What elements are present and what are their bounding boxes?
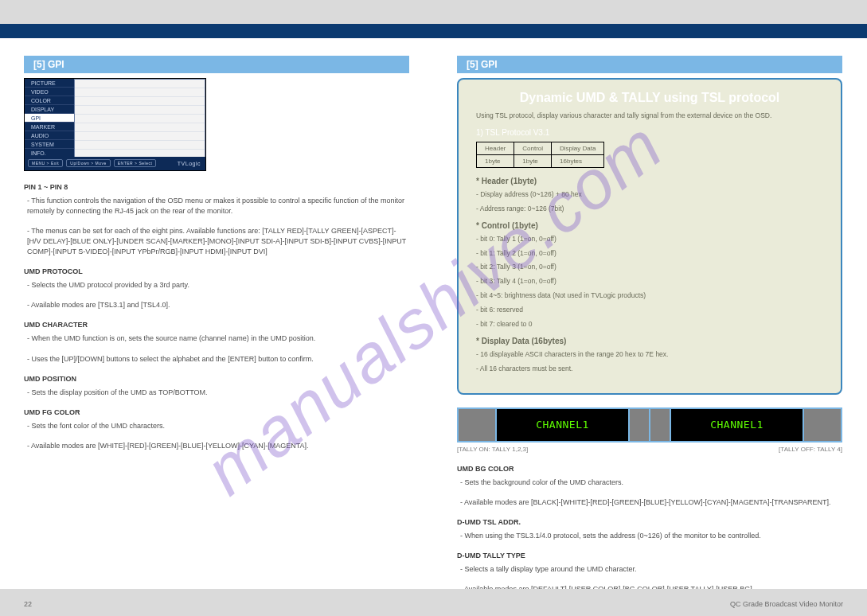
tally-block-right-1 — [650, 409, 670, 441]
heading-umd-bg: UMD BG COLOR — [457, 464, 842, 474]
osd-menu-screenshot: PICTURE VIDEO COLOR DISPLAY GPI MARKER A… — [24, 78, 206, 171]
para: - Display address (0~126) + 80 hex — [476, 190, 823, 200]
para: - bit 1: Tally 2 (1=on, 0=off) — [476, 249, 823, 259]
sidebar-item-picture: PICTURE — [25, 79, 74, 88]
th-header: Header — [477, 142, 514, 154]
para: - Address range: 0~126 (7bit) — [476, 205, 823, 214]
disp-byte-head: * Display Data (16bytes) — [476, 336, 823, 347]
tally-block-left-2 — [630, 409, 649, 441]
tally-illustration: CHANNEL1 CHANNEL1 — [457, 407, 842, 443]
section-header-gpi-right: [5] GPI — [457, 56, 842, 73]
para: - The menus can be set for each of the e… — [24, 226, 409, 257]
th-display: Display Data — [552, 142, 604, 154]
channel-name-left: CHANNEL1 — [497, 409, 628, 441]
info-protocol-hdr: 1) TSL Protocol V3.1 — [476, 127, 823, 138]
tally-block-right-2 — [804, 409, 841, 441]
para: - bit 3: Tally 4 (1=on, 0=off) — [476, 277, 823, 287]
heading-tsl-addr: D-UMD TSL ADDR. — [457, 517, 842, 528]
sidebar-item-gpi: GPI — [25, 114, 74, 123]
topbar — [0, 0, 867, 24]
info-lead: Using TSL protocol, display various char… — [476, 111, 823, 121]
para: - bit 0: Tally 1 (1=on, 0=off) — [476, 235, 823, 244]
tsl-packet-table: Header Control Display Data 1byte 1byte … — [476, 142, 604, 168]
para: - Available modes are [BLACK]-[WHITE]-[R… — [457, 497, 842, 508]
para: - Sets the background color of the UMD c… — [457, 478, 842, 488]
sidebar-item-audio: AUDIO — [25, 131, 74, 140]
page-columns: [5] GPI PICTURE VIDEO COLOR DISPLAY GPI … — [0, 56, 867, 616]
osd-hint-exit: MENU > Exit — [28, 159, 63, 167]
info-title: Dynamic UMD & TALLY using TSL protocol — [476, 91, 823, 105]
ctrl-byte-head: * Control (1byte) — [476, 220, 823, 232]
para: - When the UMD function is on, sets the … — [24, 333, 409, 344]
para: - bit 7: cleared to 0 — [476, 320, 823, 329]
para: - bit 4~5: brightness data (Not used in … — [476, 291, 823, 301]
th-control: Control — [514, 142, 552, 154]
caption-tally-right: [TALLY OFF: TALLY 4] — [779, 446, 842, 453]
table-row: Header Control Display Data — [477, 142, 604, 154]
osd-brand: TVLogic — [178, 161, 201, 166]
sidebar-item-color: COLOR — [25, 96, 74, 105]
table-row: 1byte 1byte 16bytes — [477, 154, 604, 167]
para: - bit 6: reserved — [476, 306, 823, 315]
heading-umd-position: UMD POSITION — [24, 374, 409, 384]
footer-caption: QC Grade Broadcast Video Monitor — [730, 600, 843, 608]
tsl-info-box: Dynamic UMD & TALLY using TSL protocol U… — [457, 78, 842, 395]
left-column: [5] GPI PICTURE VIDEO COLOR DISPLAY GPI … — [24, 56, 409, 616]
osd-hint-move: Up/Down > Move — [66, 159, 111, 167]
para: - Uses the [UP]/[DOWN] buttons to select… — [24, 354, 409, 365]
para: - Sets the font color of the UMD charact… — [24, 421, 409, 431]
heading-umd-character: UMD CHARACTER — [24, 320, 409, 330]
heading-pin1-8: PIN 1 ~ PIN 8 — [24, 182, 409, 193]
tally-block-left-1 — [459, 409, 495, 441]
sidebar-item-display: DISPLAY — [25, 105, 74, 114]
para: - This function controls the navigation … — [24, 196, 409, 216]
osd-content-panel — [74, 79, 205, 158]
caption-tally-left: [TALLY ON: TALLY 1,2,3] — [457, 446, 528, 453]
channel-name-right: CHANNEL1 — [671, 409, 803, 441]
para: - bit 2: Tally 3 (1=on, 0=off) — [476, 263, 823, 272]
osd-hint-select: ENTER > Select — [114, 159, 157, 167]
para: - Selects a tally display type around th… — [457, 564, 842, 575]
para: - All 16 characters must be sent. — [476, 365, 823, 374]
blue-title-bar — [0, 24, 867, 38]
section-header-gpi-left: [5] GPI — [24, 56, 409, 73]
osd-menu-list: PICTURE VIDEO COLOR DISPLAY GPI MARKER A… — [25, 79, 74, 158]
hdr-byte-head: * Header (1byte) — [476, 176, 823, 187]
para: - Available modes are [TSL3.1] and [TSL4… — [24, 300, 409, 310]
left-body-text: PIN 1 ~ PIN 8 - This function controls t… — [24, 182, 409, 451]
para: - 16 displayable ASCII characters in the… — [476, 350, 823, 360]
para: - When using the TSL3.1/4.0 protocol, se… — [457, 531, 842, 541]
sidebar-item-marker: MARKER — [25, 123, 74, 131]
whiteband — [0, 38, 867, 56]
td-header: 1byte — [477, 154, 514, 167]
osd-footer: MENU > Exit Up/Down > Move ENTER > Selec… — [25, 157, 205, 170]
sidebar-item-system: SYSTEM — [25, 140, 74, 149]
page-number: 22 — [24, 600, 32, 608]
para: - Available modes are [WHITE]-[RED]-[GRE… — [24, 441, 409, 451]
td-display: 16bytes — [552, 154, 604, 167]
para: - Selects the UMD protocol provided by a… — [24, 280, 409, 290]
heading-umd-fg-color: UMD FG COLOR — [24, 407, 409, 418]
sidebar-item-video: VIDEO — [25, 88, 74, 96]
para: - Sets the display position of the UMD a… — [24, 388, 409, 398]
td-control: 1byte — [514, 154, 552, 167]
heading-umd-protocol: UMD PROTOCOL — [24, 267, 409, 277]
heading-tsl-tally: D-UMD TALLY TYPE — [457, 551, 842, 561]
right-column: [5] GPI Dynamic UMD & TALLY using TSL pr… — [457, 56, 842, 616]
